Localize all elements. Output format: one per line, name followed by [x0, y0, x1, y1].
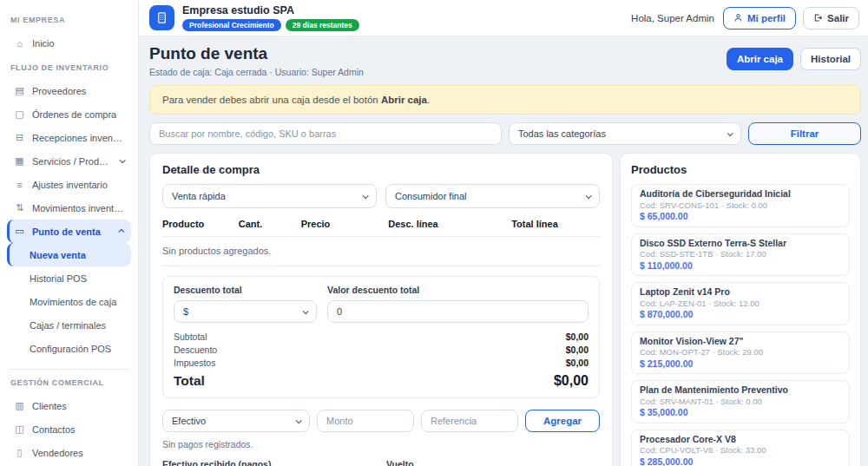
- sidebar-item-label: Proveedores: [32, 86, 124, 96]
- products-list: Auditoría de Ciberseguridad Inicial Cod:…: [631, 184, 850, 466]
- product-meta: Cod: SRV-CONS-101 · Stock: 0.00: [640, 200, 841, 211]
- filter-bar: Todas las categorías Filtrar: [149, 122, 861, 145]
- building-icon: [155, 11, 168, 24]
- product-meta: Cod: SRV-MANT-01 · Stock: 0.00: [640, 397, 841, 407]
- sidebar-item-inicio[interactable]: ⌂ Inicio: [7, 31, 131, 55]
- payment-amount-input[interactable]: [317, 410, 414, 432]
- sidebar-item-label: Movimientos de caja: [30, 297, 124, 307]
- profile-button[interactable]: Mi perfil: [723, 7, 796, 30]
- products-title: Productos: [631, 163, 850, 176]
- sidebar-subitem-configuracion-pos[interactable]: Configuración POS: [7, 337, 131, 360]
- product-name: Laptop Zenit v14 Pro: [640, 286, 841, 298]
- product-price: $ 285,000.00: [640, 456, 841, 466]
- discount-type-select[interactable]: $: [174, 300, 317, 323]
- open-register-button[interactable]: Abrir caja: [727, 48, 793, 70]
- discount-value-input[interactable]: [327, 300, 589, 323]
- company-name: Empresa estudio SPA: [182, 5, 359, 16]
- sidebar-subitem-nueva-venta[interactable]: Nueva venta: [7, 243, 131, 266]
- sidebar-item-ordenes-de-compra[interactable]: ▢ Órdenes de compra: [7, 102, 131, 126]
- sale-detail-card: Detalle de compra Venta rápida Consumido…: [149, 153, 613, 466]
- sidebar-item-proveedores[interactable]: ▤ Proveedores: [7, 79, 131, 102]
- sidebar-item-label: Historial POS: [30, 273, 124, 284]
- chevron-down-icon: [303, 308, 309, 314]
- cart-table-header: Producto Cant. Precio Desc. línea Total …: [162, 219, 600, 237]
- sidebar-item-punto-de-venta[interactable]: ▭ Punto de venta: [7, 220, 131, 243]
- category-select-value: Todas las categorías: [518, 128, 606, 139]
- column-precio: Precio: [274, 219, 357, 229]
- subtotal-label: Subtotal: [174, 331, 207, 344]
- sidebar-item-label: Configuración POS: [30, 344, 124, 354]
- sidebar-subitem-movimientos-de-caja[interactable]: Movimientos de caja: [7, 290, 131, 313]
- sidebar-item-label: Inicio: [32, 38, 124, 49]
- sidebar-item-movimientos-inventario[interactable]: ⇅ Movimientos inventario: [7, 196, 131, 220]
- sidebar-item-servicios-productos[interactable]: ▦ Servicios / Productos: [7, 149, 131, 173]
- sidebar-item-label: Contactos: [32, 424, 124, 435]
- payment-entry-row: Efectivo Agregar: [162, 410, 600, 432]
- sellers-icon: ▯: [14, 447, 25, 458]
- product-name: Disco SSD Externo Terra-S Stellar: [640, 238, 841, 249]
- product-price: $ 215,000.00: [640, 358, 841, 370]
- product-card[interactable]: Monitor Vision-View 27" Cod: MON-OPT-27 …: [631, 331, 850, 375]
- column-producto: Producto: [162, 219, 227, 229]
- register-history-button[interactable]: Historial: [800, 48, 861, 70]
- discount-value-label: Valor descuento total: [327, 285, 589, 295]
- total-value: $0,00: [554, 373, 589, 389]
- page-header: Punto de venta Estado de caja: Caja cerr…: [149, 44, 861, 77]
- sidebar-item-contactos[interactable]: ◫ Contactos: [7, 417, 131, 441]
- add-payment-button[interactable]: Agregar: [525, 410, 600, 432]
- product-name: Plan de Mantenimiento Preventivo: [640, 384, 841, 396]
- discount-type-label: Descuento total: [174, 285, 317, 295]
- customer-select[interactable]: Consumidor final: [385, 184, 600, 208]
- pos-app: MI EMPRESA ⌂ Inicio FLUJO DE INVENTARIO …: [0, 0, 868, 466]
- sidebar-item-label: Cajas / terminales: [30, 320, 124, 331]
- column-descuento-linea: Desc. línea: [357, 219, 470, 229]
- product-card[interactable]: Laptop Zenit v14 Pro Cod: LAP-ZEN-01 · S…: [631, 282, 850, 325]
- product-card[interactable]: Procesador Core-X V8 Cod: CPU-VOLT-V8 · …: [631, 430, 850, 466]
- sidebar-section-flujo-inventario: FLUJO DE INVENTARIO: [10, 63, 128, 72]
- company-logo: [149, 5, 174, 30]
- sidebar-subitem-historial-pos[interactable]: Historial POS: [7, 266, 131, 290]
- discount-and-totals-box: Descuento total $ Valor descuento total: [162, 276, 600, 398]
- payment-reference-input[interactable]: [421, 410, 518, 432]
- total-label: Total: [174, 373, 205, 389]
- sidebar-item-label: Punto de venta: [32, 226, 113, 237]
- chevron-down-icon: [727, 130, 733, 136]
- sidebar-item-label: Movimientos inventario: [32, 203, 124, 213]
- receiving-icon: ⊟: [14, 132, 25, 143]
- product-price: $ 65,000.00: [640, 211, 841, 222]
- logout-button[interactable]: Salir: [803, 7, 859, 30]
- sidebar-divider: [9, 369, 129, 370]
- change-label: Vuelto: [386, 459, 600, 466]
- open-register-alert: Para vender debes abrir una caja desde e…: [149, 85, 861, 115]
- customer-select-value: Consumidor final: [395, 191, 467, 201]
- sidebar-item-recepciones-inventario[interactable]: ⊟ Recepciones inventario: [7, 126, 131, 149]
- sidebar-item-vendedores[interactable]: ▯ Vendedores: [7, 441, 131, 464]
- product-card[interactable]: Plan de Mantenimiento Preventivo Cod: SR…: [631, 380, 850, 423]
- chevron-down-icon: [586, 193, 592, 199]
- cart-empty-state: Sin productos agregados.: [162, 237, 600, 266]
- payment-method-value: Efectivo: [172, 416, 206, 426]
- column-total-linea: Total línea: [470, 219, 600, 229]
- sidebar: MI EMPRESA ⌂ Inicio FLUJO DE INVENTARIO …: [0, 0, 139, 466]
- sidebar-item-label: Recepciones inventario: [32, 133, 124, 143]
- product-meta: Cod: CPU-VOLT-V8 · Stock: 33.00: [640, 445, 841, 456]
- sale-type-select[interactable]: Venta rápida: [162, 184, 377, 208]
- days-remaining-badge: 29 días restantes: [286, 19, 359, 31]
- sidebar-item-ajustes-inventario[interactable]: ≡ Ajustes inventario: [7, 173, 131, 196]
- sidebar-item-clientes[interactable]: ▥ Clientes: [7, 394, 131, 417]
- sidebar-subitem-cajas-terminales[interactable]: Cajas / terminales: [7, 313, 131, 337]
- product-card[interactable]: Auditoría de Ciberseguridad Inicial Cod:…: [631, 184, 850, 227]
- logout-icon: [813, 13, 823, 23]
- chevron-up-icon: [118, 229, 124, 235]
- product-meta: Cod: LAP-ZEN-01 · Stock: 12.00: [640, 299, 841, 309]
- filter-button[interactable]: Filtrar: [748, 122, 861, 145]
- discount-type-value: $: [183, 306, 188, 317]
- payments-empty-state: Sin pagos registrados.: [162, 439, 600, 450]
- movements-icon: ⇅: [14, 202, 25, 213]
- product-name: Auditoría de Ciberseguridad Inicial: [640, 188, 841, 200]
- category-select[interactable]: Todas las categorías: [509, 122, 741, 145]
- product-card[interactable]: Disco SSD Externo Terra-S Stellar Cod: S…: [631, 233, 850, 277]
- product-search-input[interactable]: [149, 122, 502, 145]
- payment-method-select[interactable]: Efectivo: [162, 410, 310, 432]
- page-title: Punto de venta: [149, 44, 364, 63]
